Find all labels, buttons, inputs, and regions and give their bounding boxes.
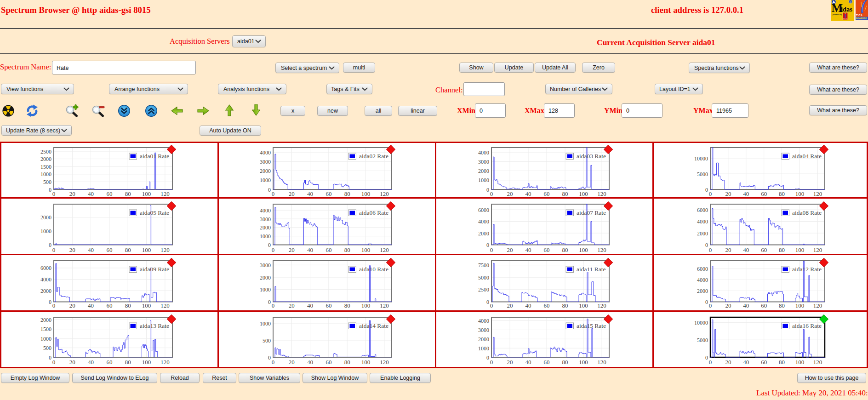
svg-text:3000: 3000: [260, 262, 271, 269]
svg-text:20: 20: [69, 302, 75, 309]
svg-text:100: 100: [142, 359, 151, 366]
svg-text:0: 0: [490, 190, 493, 197]
svg-text:2000: 2000: [478, 336, 489, 343]
svg-text:120: 120: [813, 246, 822, 253]
svg-text:5000: 5000: [697, 171, 708, 177]
svg-text:2000: 2000: [40, 214, 51, 221]
svg-text:80: 80: [779, 246, 785, 253]
svg-text:POWERED: POWERED: [856, 17, 867, 20]
svg-text:1000: 1000: [260, 233, 271, 240]
svg-text:40: 40: [525, 190, 531, 197]
svg-text:0: 0: [52, 246, 56, 253]
svg-text:6000: 6000: [478, 207, 489, 213]
svg-text:60: 60: [326, 359, 331, 366]
svg-text:100: 100: [795, 302, 805, 309]
svg-text:0: 0: [268, 187, 271, 193]
svg-text:1000: 1000: [260, 177, 271, 183]
svg-text:40: 40: [307, 359, 313, 366]
svg-text:0: 0: [49, 187, 51, 193]
svg-text:80: 80: [344, 190, 350, 197]
svg-text:0: 0: [709, 302, 712, 309]
svg-text:2000: 2000: [40, 288, 51, 294]
svg-text:1500: 1500: [40, 326, 51, 332]
svg-text:40: 40: [88, 246, 94, 253]
svg-text:100: 100: [142, 246, 151, 253]
svg-text:120: 120: [160, 246, 170, 253]
svg-text:20: 20: [507, 190, 513, 197]
svg-text:80: 80: [562, 359, 568, 366]
svg-text:1000: 1000: [40, 228, 51, 234]
svg-text:100: 100: [361, 246, 371, 253]
svg-text:0: 0: [486, 187, 489, 193]
svg-text:60: 60: [106, 190, 112, 197]
svg-text:60: 60: [544, 246, 550, 253]
svg-text:0: 0: [272, 359, 275, 366]
svg-text:TCL: TCL: [856, 13, 863, 17]
svg-text:40: 40: [743, 246, 749, 253]
svg-text:80: 80: [125, 246, 131, 253]
svg-text:120: 120: [597, 359, 606, 366]
svg-text:2000: 2000: [478, 168, 489, 174]
svg-text:500: 500: [43, 179, 51, 185]
svg-text:100: 100: [142, 190, 151, 197]
svg-text:40: 40: [743, 302, 749, 309]
svg-text:5000: 5000: [478, 274, 489, 281]
svg-text:2000: 2000: [260, 274, 271, 281]
svg-text:80: 80: [779, 302, 785, 309]
svg-text:60: 60: [326, 246, 331, 253]
svg-text:0: 0: [705, 242, 708, 248]
svg-text:0: 0: [272, 246, 275, 253]
svg-text:20: 20: [507, 359, 513, 366]
svg-text:1000: 1000: [40, 171, 51, 177]
svg-text:120: 120: [813, 302, 822, 309]
svg-text:100: 100: [142, 302, 151, 309]
svg-text:20: 20: [725, 302, 731, 309]
svg-text:100: 100: [361, 302, 371, 309]
svg-text:4000: 4000: [697, 218, 708, 225]
svg-text:1000: 1000: [478, 345, 489, 352]
svg-text:0: 0: [705, 299, 708, 305]
svg-text:1500: 1500: [40, 164, 51, 170]
svg-text:60: 60: [761, 246, 767, 253]
svg-text:100: 100: [579, 246, 588, 253]
svg-text:20: 20: [507, 302, 513, 309]
svg-text:2000: 2000: [40, 317, 51, 323]
svg-text:80: 80: [562, 246, 568, 253]
svg-text:10000: 10000: [694, 320, 708, 326]
svg-text:0: 0: [709, 190, 712, 197]
svg-text:120: 120: [380, 302, 389, 309]
svg-text:5000: 5000: [697, 337, 708, 343]
svg-text:20: 20: [725, 246, 731, 253]
svg-text:60: 60: [544, 302, 550, 309]
svg-text:10000: 10000: [694, 155, 708, 162]
svg-text:120: 120: [597, 190, 606, 197]
svg-text:2000: 2000: [40, 156, 51, 162]
svg-text:6000: 6000: [697, 207, 708, 213]
svg-text:3000: 3000: [478, 327, 489, 333]
svg-text:4000: 4000: [260, 207, 271, 214]
svg-text:60: 60: [106, 359, 112, 366]
svg-text:120: 120: [597, 246, 606, 253]
svg-text:4000: 4000: [478, 149, 489, 156]
svg-text:0: 0: [490, 302, 493, 309]
svg-text:60: 60: [106, 246, 112, 253]
svg-text:100: 100: [579, 190, 588, 197]
svg-text:120: 120: [813, 190, 822, 197]
svg-text:80: 80: [344, 302, 350, 309]
svg-text:idas: idas: [841, 6, 852, 13]
svg-text:20: 20: [69, 359, 75, 366]
svg-text:4000: 4000: [478, 318, 489, 324]
svg-text:4000: 4000: [40, 276, 51, 283]
svg-text:2000: 2000: [697, 288, 708, 294]
svg-text:100: 100: [795, 359, 805, 366]
svg-text:0: 0: [52, 302, 56, 309]
svg-text:0: 0: [268, 354, 271, 361]
svg-text:20: 20: [69, 246, 75, 253]
svg-text:20: 20: [289, 190, 295, 197]
svg-text:4000: 4000: [697, 277, 708, 283]
svg-text:60: 60: [544, 190, 550, 197]
svg-text:80: 80: [562, 190, 568, 197]
svg-text:20: 20: [289, 302, 295, 309]
svg-text:40: 40: [525, 359, 531, 366]
svg-text:0: 0: [709, 359, 712, 366]
